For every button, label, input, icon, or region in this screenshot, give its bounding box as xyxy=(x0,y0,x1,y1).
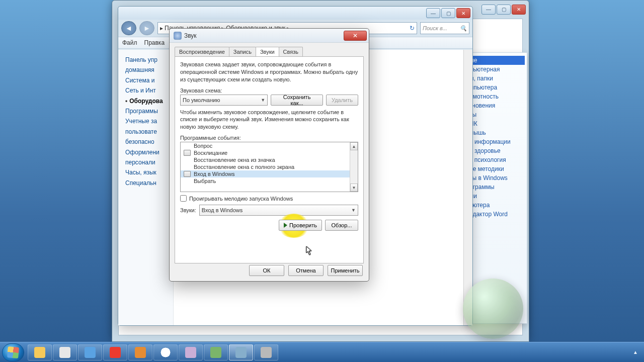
right-link[interactable]: я психология xyxy=(469,155,525,164)
event-item[interactable]: Вопрос xyxy=(181,142,358,149)
scroll-down-icon[interactable]: ▼ xyxy=(350,184,358,192)
apply-button[interactable]: Применить xyxy=(328,265,363,276)
sidebar-item[interactable]: Панель упр xyxy=(125,55,170,65)
right-link[interactable]: ты xyxy=(469,110,525,119)
taskbar-app[interactable] xyxy=(179,344,203,360)
sidebar-item[interactable]: Учетные за xyxy=(125,116,170,126)
dialog-close-button[interactable]: ✕ xyxy=(344,31,367,41)
right-link[interactable]: ПК xyxy=(469,119,525,128)
system-tray[interactable]: ▲ xyxy=(633,349,642,355)
taskbar-app-icon xyxy=(59,347,70,358)
scheme-dropdown[interactable]: По умолчанию ▼ xyxy=(180,95,268,106)
refresh-icon[interactable]: ↻ xyxy=(410,25,415,32)
event-label: Вопрос xyxy=(194,143,212,149)
sound-dialog: Звук ✕ ВоспроизведениеЗаписьЗвукиСвязь З… xyxy=(169,28,369,282)
forward-button[interactable]: ► xyxy=(139,21,154,35)
play-startup-label: Проигрывать мелодию запуска Windows xyxy=(189,196,293,202)
tray-flag-icon[interactable]: ▲ xyxy=(633,349,638,355)
taskbar-app[interactable] xyxy=(229,344,253,360)
right-link[interactable]: имотность xyxy=(469,92,525,101)
sound-dropdown[interactable]: Вход в Windows ▼ xyxy=(199,205,358,216)
event-item[interactable]: Восклицание xyxy=(181,149,358,156)
play-startup-checkbox[interactable]: Проигрывать мелодию запуска Windows xyxy=(180,195,358,202)
event-item[interactable]: Восстановление окна с полного экрана xyxy=(181,163,358,170)
sidebar-item[interactable]: Система и xyxy=(125,75,170,85)
right-link[interactable]: ограммы xyxy=(469,183,525,192)
cancel-button[interactable]: Отмена xyxy=(288,265,324,276)
sidebar-item[interactable]: Оборудова xyxy=(125,96,170,106)
sidebar-item[interactable]: Часы, язык xyxy=(125,167,170,177)
dialog-titlebar[interactable]: Звук ✕ xyxy=(170,29,369,43)
explorer-close-button[interactable]: ✕ xyxy=(456,8,470,18)
events-label: Программные события: xyxy=(180,135,358,141)
taskbar: ▲ xyxy=(0,342,644,362)
outer-close-button[interactable]: ✕ xyxy=(512,5,526,15)
sidebar-subitem[interactable]: домашняя xyxy=(125,65,170,75)
menu-file[interactable]: Файл xyxy=(122,39,137,46)
right-link[interactable]: е информации xyxy=(469,137,525,146)
taskbar-app-icon xyxy=(261,347,272,358)
event-label: Вход в Windows xyxy=(194,171,234,177)
explorer-min-button[interactable]: — xyxy=(426,8,440,18)
sidebar-subitem[interactable]: пользовате xyxy=(125,127,170,137)
right-link[interactable]: и здоровье xyxy=(469,146,525,155)
taskbar-app-icon xyxy=(34,347,45,358)
chevron-down-icon: ▼ xyxy=(351,208,356,213)
right-link[interactable]: ты в Windows xyxy=(469,173,525,183)
scroll-up-icon[interactable]: ▲ xyxy=(350,142,358,150)
explorer-max-button[interactable]: ▢ xyxy=(441,8,455,18)
right-link[interactable]: ы, папки xyxy=(469,74,525,83)
events-listbox[interactable]: ВопросВосклицаниеВосстановление окна из … xyxy=(180,142,358,192)
event-label: Восстановление окна с полного экрана xyxy=(194,164,294,170)
start-button[interactable] xyxy=(2,343,24,361)
tab-Связь[interactable]: Связь xyxy=(279,47,303,56)
outer-min-button[interactable]: — xyxy=(481,5,496,15)
taskbar-app[interactable] xyxy=(103,344,127,360)
sidebar-subitem[interactable]: персонали xyxy=(125,157,170,167)
right-link[interactable]: ми xyxy=(469,192,525,201)
tab-Звуки[interactable]: Звуки xyxy=(256,47,279,56)
right-link[interactable]: ие xyxy=(469,56,525,65)
tab-Воспроизведение[interactable]: Воспроизведение xyxy=(175,47,229,56)
explorer-scrollbar[interactable] xyxy=(463,50,472,325)
taskbar-app[interactable] xyxy=(204,344,228,360)
play-startup-input[interactable] xyxy=(180,195,187,202)
event-label: Выбрать xyxy=(194,178,216,184)
outer-max-button[interactable]: ▢ xyxy=(497,5,511,15)
browse-button[interactable]: Обзор... xyxy=(325,220,358,231)
menu-edit[interactable]: Правка xyxy=(144,39,165,46)
sidebar-item[interactable]: Оформлени xyxy=(125,147,170,157)
taskbar-app[interactable] xyxy=(78,344,102,360)
sidebar-item[interactable]: Сеть и Инт xyxy=(125,85,170,96)
right-link[interactable]: льютерная xyxy=(469,65,525,74)
ok-button[interactable]: ОК xyxy=(249,265,284,276)
tab-Запись[interactable]: Запись xyxy=(229,47,256,56)
right-link[interactable]: кновения xyxy=(469,101,525,110)
sidebar-subitem[interactable]: безопасно xyxy=(125,137,170,147)
right-link[interactable]: ьютера xyxy=(469,201,525,210)
taskbar-app[interactable] xyxy=(28,344,52,360)
back-button[interactable]: ◄ xyxy=(121,21,136,35)
right-link[interactable]: едактор Word xyxy=(469,210,525,219)
search-input[interactable]: Поиск в... 🔍 xyxy=(420,22,469,34)
taskbar-app-icon xyxy=(85,347,96,358)
right-link[interactable]: ие методики xyxy=(469,164,525,173)
right-link[interactable]: мышь xyxy=(469,128,525,137)
right-link[interactable]: мпьютера xyxy=(469,83,525,92)
taskbar-app[interactable] xyxy=(128,344,152,360)
events-intro: Чтобы изменить звуковое сопровождение, щ… xyxy=(180,109,358,131)
sidebar-item[interactable]: Специальн xyxy=(125,178,170,188)
save-as-button[interactable]: Сохранить как... xyxy=(271,95,323,106)
breadcrumb-icon: ▸ xyxy=(160,25,163,32)
chevron-down-icon: ▼ xyxy=(261,98,265,103)
taskbar-app[interactable] xyxy=(153,344,178,360)
event-item[interactable]: Выбрать xyxy=(181,177,358,185)
listbox-scrollbar[interactable]: ▲ ▼ xyxy=(350,142,358,192)
event-item[interactable]: Восстановление окна из значка xyxy=(181,156,358,163)
taskbar-app[interactable] xyxy=(254,344,278,360)
event-item[interactable]: Вход в Windows xyxy=(181,170,358,177)
search-icon: 🔍 xyxy=(460,25,467,32)
test-button[interactable]: Проверить xyxy=(279,220,322,231)
sidebar-item[interactable]: Программы xyxy=(125,106,170,116)
taskbar-app[interactable] xyxy=(53,344,77,360)
